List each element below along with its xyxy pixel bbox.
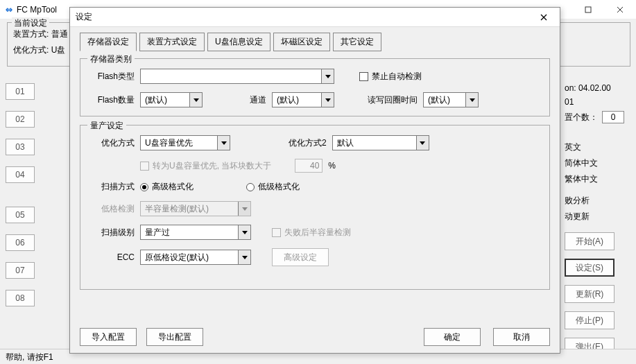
storage-type-title: 存储器类别 [87,53,135,65]
chevron-down-icon [238,225,250,239]
chevron-down-icon [217,136,230,150]
percent-label: % [328,161,336,171]
status-text: 帮助, 请按F1 [6,352,53,362]
close-button[interactable] [604,0,636,19]
optimize-select[interactable]: U盘容量优先 [140,135,230,150]
fail-half-checkbox: 失败后半容量检测 [272,227,351,239]
dialog-titlebar: 设定 [70,8,560,27]
dialog-title: 设定 [76,11,92,23]
optimize-value: U盘容量优先 [141,137,217,149]
channel-label: 通道 [250,94,266,106]
flash-count-value: (默认) [141,94,189,106]
count-label: 置个数： [565,112,598,123]
refresh-button[interactable]: 更新(R) [565,285,614,303]
chevron-down-icon [465,93,478,107]
lang-zht[interactable]: 繁体中文 [565,173,630,185]
tab-storage[interactable]: 存储器设定 [80,33,137,51]
rw-time-select[interactable]: (默认) [423,92,479,107]
maximize-button[interactable] [572,0,604,19]
tabbar: 存储器设定 装置方式设定 U盘信息设定 坏磁区设定 其它设定 [80,33,550,51]
count-value: 0 [602,111,624,123]
optimize2-label: 优化方式2 [289,137,327,149]
slot-03[interactable]: 03 [6,139,35,155]
tab-udisk[interactable]: U盘信息设定 [207,33,270,51]
slot-column: 01 02 03 04 05 06 07 08 [6,83,39,318]
dialog-close-button[interactable] [533,8,554,27]
opt-value: U盘 [51,45,66,55]
slot-01[interactable]: 01 [6,83,35,100]
flash-count-label: Flash数量 [90,94,135,106]
stop-button[interactable]: 停止(P) [565,311,614,329]
chevron-down-icon [238,250,250,264]
scan-level-select[interactable]: 量产过 [140,225,251,240]
fail-half-label: 失败后半容量检测 [284,227,351,239]
low-detect-label: 低格检测 [90,203,135,215]
lang-zhs[interactable]: 简体中文 [565,157,630,169]
cancel-button[interactable]: 取消 [493,328,550,346]
slot-07[interactable]: 07 [6,262,35,279]
sub-version: 01 [565,97,630,107]
flash-count-select[interactable]: (默认) [140,92,203,107]
optimize-label: 优化方式 [90,137,135,149]
to-udisk-checkbox: 转为U盘容量优先, 当坏块数大于 [140,160,271,172]
chevron-down-icon [321,93,334,107]
opt-label: 优化方式: [13,45,49,55]
slot-05[interactable]: 05 [6,207,35,223]
channel-value: (默认) [273,94,321,106]
settings-button[interactable]: 设定(S) [565,259,614,277]
link-auto-update[interactable]: 动更新 [565,211,630,223]
scan-level-label: 扫描级别 [90,227,135,239]
ecc-value: 原低格设定(默认) [141,252,238,263]
bad-block-input [295,159,323,173]
ecc-label: ECC [90,252,135,262]
link-fail-analysis[interactable]: 败分析 [565,195,630,207]
version-text: on: 04.02.00 [565,83,630,93]
rw-time-value: (默认) [424,94,465,106]
ecc-select[interactable]: 原低格设定(默认) [140,250,251,265]
mount-value: 普通 [51,29,68,39]
scan-high-label: 高级格式化 [152,181,194,193]
flash-type-label: Flash类型 [90,71,135,83]
ok-button[interactable]: 确定 [424,328,481,346]
scan-low-label: 低级格式化 [258,181,300,193]
slot-06[interactable]: 06 [6,234,35,251]
storage-type-group: 存储器类别 Flash类型 禁止自动检测 Flash数量 (默认) [80,58,550,116]
chevron-down-icon [238,202,250,216]
export-button[interactable]: 导出配置 [146,328,203,346]
tab-badsector[interactable]: 坏磁区设定 [273,33,330,51]
main-window-title: FC MpTool [17,5,57,15]
scan-level-value: 量产过 [141,227,238,239]
chevron-down-icon [416,136,429,150]
start-button[interactable]: 开始(A) [565,232,614,250]
usb-icon: ⇔ [6,5,12,15]
advanced-button: 高级设定 [272,248,329,266]
scan-high-radio[interactable]: 高级格式化 [140,181,194,193]
tab-mount[interactable]: 装置方式设定 [139,33,205,51]
production-group: 量产设定 优化方式 U盘容量优先 优化方式2 默认 转为U盘容量优先, 当坏块数… [80,125,550,290]
svg-rect-1 [585,7,591,12]
slot-08[interactable]: 08 [6,290,35,306]
current-settings-title: 当前设定 [12,17,49,29]
low-detect-value: 半容量检测(默认) [141,203,238,215]
tab-other[interactable]: 其它设定 [333,33,381,51]
scan-mode-label: 扫描方式 [90,181,135,193]
optimize2-select[interactable]: 默认 [332,135,429,150]
low-detect-select: 半容量检测(默认) [140,201,251,216]
slot-02[interactable]: 02 [6,111,35,128]
optimize2-value: 默认 [333,137,416,149]
production-title: 量产设定 [87,120,126,132]
mount-label: 装置方式: [13,29,49,39]
right-column: on: 04.02.00 01 置个数： 0 英文 简体中文 繁体中文 败分析 … [565,83,630,364]
channel-select[interactable]: (默认) [272,92,334,107]
disable-autodetect-label: 禁止自动检测 [372,71,422,83]
lang-en[interactable]: 英文 [565,141,630,153]
import-button[interactable]: 导入配置 [80,328,137,346]
rw-time-label: 读写回圈时间 [368,94,418,106]
chevron-down-icon [189,93,202,107]
flash-type-select[interactable] [140,69,334,84]
chevron-down-icon [321,69,334,83]
to-udisk-label: 转为U盘容量优先, 当坏块数大于 [153,160,271,172]
scan-low-radio[interactable]: 低级格式化 [246,181,300,193]
slot-04[interactable]: 04 [6,166,35,183]
disable-autodetect-checkbox[interactable]: 禁止自动检测 [359,71,422,83]
